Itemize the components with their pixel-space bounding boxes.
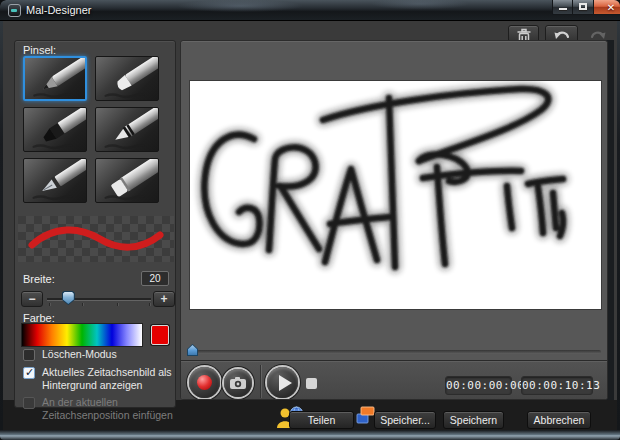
window-controls: ✕: [552, 0, 620, 15]
stroke-preview-wave: [18, 216, 174, 262]
width-decrease-button[interactable]: −: [21, 291, 43, 307]
checkbox-row-1[interactable]: Aktuelles Zeitachsenbild als Hintergrund…: [23, 366, 173, 391]
close-icon: ✕: [594, 0, 620, 15]
color-gradient-bar[interactable]: [21, 323, 143, 347]
checkbox-0[interactable]: [23, 349, 35, 361]
playback-timeline-marker[interactable]: [187, 344, 198, 356]
stop-button[interactable]: [306, 378, 317, 389]
width-slider[interactable]: [47, 291, 151, 309]
width-value[interactable]: 20: [141, 271, 169, 286]
total-timecode: 00:00:10:13: [521, 376, 593, 395]
marker-icon: [24, 108, 86, 152]
option-checkboxes: Löschen-Modus Aktuelles Zeitachsenbild a…: [23, 348, 173, 426]
checkbox-label-0: Löschen-Modus: [42, 348, 117, 361]
checkbox-row-0[interactable]: Löschen-Modus: [23, 348, 173, 361]
width-slider-thumb[interactable]: [62, 291, 75, 305]
minimize-button[interactable]: [552, 0, 573, 15]
checkbox-label-1: Aktuelles Zeitachsenbild als Hintergrund…: [42, 366, 173, 391]
checkbox-1[interactable]: [23, 367, 35, 379]
mal-designer-window: Mal-Designer ✕: [0, 0, 620, 440]
current-timecode: 00:00:00:00: [445, 376, 512, 395]
fountain-pen-icon: [24, 159, 86, 203]
brushes-label: Pinsel:: [23, 44, 56, 56]
titlebar[interactable]: Mal-Designer: [0, 0, 620, 21]
checkbox-2: [23, 397, 35, 409]
minimize-icon: [559, 8, 567, 10]
graffiti-drawing: [190, 81, 603, 311]
crayon-icon: [96, 57, 158, 101]
spray-can-icon: [96, 159, 158, 203]
brush-spray-can[interactable]: [95, 158, 159, 203]
record-button[interactable]: [189, 367, 220, 398]
cancel-button[interactable]: Abbrechen: [527, 411, 591, 429]
save-as-button[interactable]: Speicher...: [374, 411, 436, 429]
paint-canvas[interactable]: [189, 80, 602, 310]
play-button[interactable]: [267, 367, 298, 398]
width-increase-button[interactable]: +: [153, 291, 175, 307]
brush-crayon[interactable]: [95, 56, 159, 101]
close-button[interactable]: ✕: [594, 0, 620, 15]
play-icon: [279, 375, 292, 391]
width-label: Breite:: [23, 273, 55, 285]
checkbox-label-2: An der aktuellen Zeitachsenposition einf…: [42, 396, 173, 421]
brush-fine-pen[interactable]: [95, 107, 159, 152]
share-button[interactable]: Teilen: [289, 411, 354, 429]
brush-settings-panel: Pinsel: Breite: 20 −: [14, 40, 176, 408]
selected-color-swatch[interactable]: [151, 325, 169, 345]
snapshot-button[interactable]: [224, 369, 252, 397]
stroke-preview: [18, 216, 174, 262]
window-title: Mal-Designer: [26, 4, 91, 16]
app-icon: [8, 4, 21, 17]
maximize-icon: [579, 3, 587, 10]
save-library-badge: [356, 406, 375, 428]
brush-fountain-pen[interactable]: [23, 158, 87, 203]
save-button[interactable]: Speichern: [443, 411, 504, 429]
transport-bar: 00:00:00:00 00:00:10:13: [181, 360, 607, 400]
window-border-bottom: [0, 430, 620, 440]
maximize-button[interactable]: [573, 0, 594, 15]
fine-pen-icon: [96, 108, 158, 152]
camera-icon: [229, 376, 247, 390]
brush-marker[interactable]: [23, 107, 87, 152]
drawing-area-panel: 00:00:00:00 00:00:10:13: [180, 40, 608, 400]
library-panels-icon: [356, 406, 375, 424]
playback-timeline-track[interactable]: [197, 350, 601, 354]
transport-separator: [260, 365, 261, 398]
brush-grid: [23, 56, 169, 203]
record-icon: [197, 375, 212, 390]
brush-pencil[interactable]: [23, 56, 87, 101]
window-border-left: [0, 21, 3, 430]
checkbox-row-2: An der aktuellen Zeitachsenposition einf…: [23, 396, 173, 421]
pencil-icon: [25, 58, 85, 100]
